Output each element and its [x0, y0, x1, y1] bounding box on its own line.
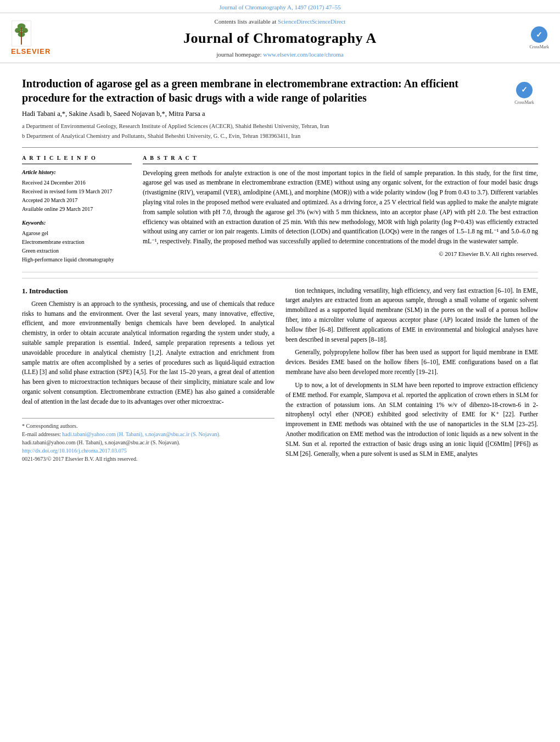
crossmark-icon: ✓	[531, 26, 547, 43]
article-info: A R T I C L E I N F O Article history: R…	[22, 154, 132, 264]
footnote-issn: 0021-9673/© 2017 Elsevier B.V. All right…	[22, 455, 275, 463]
sciencedirect-link[interactable]: ScienceDirect	[278, 18, 312, 25]
article-history-label: Article history:	[22, 169, 132, 176]
article-title-section: Introduction of agarose gel as a green m…	[22, 76, 538, 148]
crossmark-badge-label: CrossMark	[514, 99, 534, 105]
introduction-heading: 1. Introduction	[22, 286, 275, 296]
affiliation-a: a Department of Environmental Geology, R…	[22, 122, 505, 131]
journal-homepage: journal homepage: www.elsevier.com/locat…	[60, 51, 500, 59]
intro-para-1: Green Chemistry is an approach to the sy…	[22, 299, 275, 407]
copyright-line: © 2017 Elsevier B.V. All rights reserved…	[143, 250, 538, 258]
body-content: 1. Introduction Green Chemistry is an ap…	[22, 286, 538, 463]
email-text: hadi.tabani@yahoo.com (H. Tabani), s.noj…	[22, 439, 180, 445]
contents-line: Contents lists available at ScienceDirec…	[60, 18, 500, 26]
introduction-body-left: Green Chemistry is an approach to the sy…	[22, 299, 275, 407]
email-label: E-mail addresses:	[22, 431, 61, 437]
footnote-area: * Corresponding authors. E-mail addresse…	[22, 418, 275, 463]
crossmark-badge-icon: ✓	[516, 82, 533, 98]
keyword-4: High-performance liquid chromatography	[22, 255, 132, 264]
keyword-3: Green extraction	[22, 247, 132, 255]
received-date: Received 24 December 2016	[22, 178, 132, 187]
section-divider	[22, 278, 538, 278]
intro-para-4: Up to now, a lot of developments in SLM …	[285, 381, 538, 459]
authors: Hadi Tabani a,*, Sakine Asadi b, Saeed N…	[22, 109, 505, 119]
crossmark-container[interactable]: ✓ CrossMark	[529, 26, 549, 50]
article-title-text: Introduction of agarose gel as a green m…	[22, 76, 505, 142]
intro-para-2: tion techniques, including versatility, …	[285, 286, 538, 345]
journal-header: ELSEVIER Contents lists available at Sci…	[0, 13, 560, 63]
abstract-section: A B S T R A C T Developing green methods…	[143, 154, 538, 264]
journal-title: Journal of Chromatography A	[60, 29, 500, 48]
crossmark-area: ✓ CrossMark	[500, 26, 549, 50]
body-col-left: 1. Introduction Green Chemistry is an ap…	[22, 286, 275, 463]
crossmark-badge[interactable]: ✓ CrossMark	[511, 76, 538, 105]
keywords-title: Keywords:	[22, 219, 132, 227]
crossmark-label: CrossMark	[529, 44, 549, 50]
abstract-title: A B S T R A C T	[143, 154, 538, 164]
revised-date: Received in revised form 19 March 2017	[22, 187, 132, 196]
accepted-date: Accepted 20 March 2017	[22, 196, 132, 205]
article-info-dates: Received 24 December 2016 Received in re…	[22, 178, 132, 214]
keyword-1: Agarose gel	[22, 229, 132, 238]
footnote-doi: http://dx.doi.org/10.1016/j.chroma.2017.…	[22, 447, 275, 455]
journal-citation: Journal of Chromatography A, 1497 (2017)…	[0, 0, 560, 13]
keyword-2: Electromembrane extraction	[22, 238, 132, 247]
journal-header-center: Contents lists available at ScienceDirec…	[60, 18, 500, 59]
article-info-title: A R T I C L E I N F O	[22, 154, 132, 164]
homepage-link[interactable]: www.elsevier.com/locate/chroma	[263, 51, 344, 58]
email-addresses[interactable]: hadi.tabani@yahoo.com (H. Tabani), s.noj…	[62, 431, 220, 437]
info-abstract-section: A R T I C L E I N F O Article history: R…	[22, 154, 538, 272]
intro-para-3: Generally, polypropylene hollow fiber ha…	[285, 348, 538, 377]
affiliations: a Department of Environmental Geology, R…	[22, 122, 505, 141]
abstract-text: Developing green methods for analyte ext…	[143, 169, 538, 247]
footnote-corresponding: * Corresponding authors.	[22, 422, 275, 430]
body-col-right: tion techniques, including versatility, …	[285, 286, 538, 463]
article-title: Introduction of agarose gel as a green m…	[22, 76, 505, 105]
keywords-section: Keywords: Agarose gel Electromembrane ex…	[22, 219, 132, 264]
elsevier-logo-area: ELSEVIER	[11, 20, 60, 57]
available-date: Available online 29 March 2017	[22, 205, 132, 214]
elsevier-wordmark: ELSEVIER	[11, 47, 51, 57]
main-content: Introduction of agarose gel as a green m…	[0, 63, 560, 468]
footnote-email-area: E-mail addresses: hadi.tabani@yahoo.com …	[22, 430, 275, 447]
affiliation-b: b Department of Analytical Chemistry and…	[22, 132, 505, 141]
keywords-list: Agarose gel Electromembrane extraction G…	[22, 229, 132, 264]
elsevier-tree-icon	[11, 20, 32, 47]
introduction-body-right: tion techniques, including versatility, …	[285, 286, 538, 459]
